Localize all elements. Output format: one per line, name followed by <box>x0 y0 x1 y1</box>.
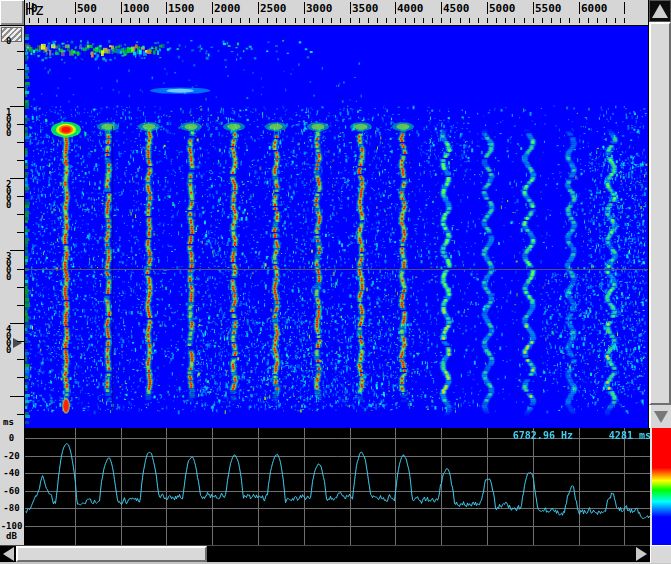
frequency-tick-label: 5500 <box>535 2 562 15</box>
frequency-minor-tick <box>359 18 360 23</box>
frequency-minor-tick <box>285 18 286 23</box>
frequency-minor-tick <box>121 18 122 23</box>
frequency-minor-tick <box>386 18 387 23</box>
frequency-minor-tick <box>560 18 561 23</box>
frequency-minor-tick <box>267 18 268 23</box>
spectrogram-canvas[interactable] <box>25 26 648 428</box>
frequency-minor-tick <box>432 18 433 23</box>
frequency-major-tick <box>395 2 396 14</box>
time-tick-label: 3000 <box>6 253 14 281</box>
frequency-readout: 6782.96 Hz <box>513 430 573 441</box>
time-minor-tick <box>17 359 24 360</box>
frequency-minor-tick <box>597 18 598 23</box>
vertical-scrollbar-thumb[interactable] <box>649 22 671 405</box>
frequency-major-tick <box>533 2 534 14</box>
frequency-minor-tick <box>66 18 67 23</box>
frequency-minor-tick <box>249 18 250 23</box>
spectrogram-app-window: Hz 0500100015002000250030003500400045005… <box>0 0 671 564</box>
frequency-minor-tick <box>441 18 442 23</box>
up-arrow-icon <box>652 4 668 18</box>
time-position-marker[interactable] <box>13 338 22 348</box>
scroll-up-button[interactable] <box>649 0 671 22</box>
scroll-left-button[interactable] <box>0 546 16 562</box>
time-minor-tick <box>17 232 24 233</box>
frequency-minor-tick <box>221 18 222 23</box>
frequency-minor-tick <box>157 18 158 23</box>
frequency-minor-tick <box>331 18 332 23</box>
frequency-tick-label: 4500 <box>443 2 470 15</box>
time-minor-tick <box>17 124 24 125</box>
frequency-minor-tick <box>148 18 149 23</box>
db-tick-label: -40 <box>0 468 23 478</box>
time-readout: 4281 ms <box>609 430 651 441</box>
db-tick-label: -20 <box>0 451 23 461</box>
frequency-minor-tick <box>405 18 406 23</box>
db-ruler: dB 0-20-40-60-80-100 <box>0 428 25 545</box>
down-arrow-icon <box>654 411 668 423</box>
frequency-minor-tick <box>313 18 314 23</box>
time-minor-tick <box>17 214 24 215</box>
frequency-major-tick <box>487 2 488 14</box>
time-minor-tick <box>17 51 24 52</box>
frequency-major-tick <box>212 2 213 14</box>
frequency-minor-tick <box>322 18 323 23</box>
frequency-minor-tick <box>588 18 589 23</box>
frequency-major-tick <box>304 2 305 14</box>
frequency-minor-tick <box>56 18 57 23</box>
frequency-minor-tick <box>423 18 424 23</box>
frequency-minor-tick <box>615 18 616 23</box>
frequency-tick-label: 3500 <box>352 2 379 15</box>
frequency-minor-tick <box>47 18 48 23</box>
frequency-minor-tick <box>38 18 39 23</box>
frequency-major-tick <box>121 2 122 14</box>
frequency-minor-tick <box>414 18 415 23</box>
frequency-minor-tick <box>29 18 30 23</box>
frequency-minor-tick <box>176 18 177 23</box>
db-unit-label: dB <box>0 531 23 541</box>
frequency-minor-tick <box>487 18 488 23</box>
horizontal-scrollbar <box>0 545 671 564</box>
time-minor-tick <box>17 414 24 415</box>
db-tick-label: -60 <box>0 486 23 496</box>
time-major-tick <box>10 323 24 324</box>
frequency-minor-tick <box>194 18 195 23</box>
frequency-tick-label: 5000 <box>489 2 516 15</box>
scroll-right-button[interactable] <box>633 546 650 562</box>
frequency-ruler: Hz 0500100015002000250030003500400045005… <box>25 0 648 26</box>
frequency-major-tick <box>29 2 30 14</box>
frequency-minor-tick <box>469 18 470 23</box>
scroll-down-button[interactable] <box>649 405 671 428</box>
frequency-minor-tick <box>111 18 112 23</box>
frequency-minor-tick <box>496 18 497 23</box>
time-minor-tick <box>17 160 24 161</box>
frequency-minor-tick <box>551 18 552 23</box>
frequency-minor-tick <box>295 18 296 23</box>
spectrum-panel: dB 0-20-40-60-80-100 6782.96 Hz 4281 ms <box>0 428 671 545</box>
time-minor-tick <box>17 69 24 70</box>
frequency-tick-label: 6000 <box>581 2 608 15</box>
time-major-tick <box>10 106 24 107</box>
left-arrow-icon <box>3 547 14 561</box>
frequency-minor-tick <box>514 18 515 23</box>
time-ruler: ms 01000200030004000 <box>0 26 25 428</box>
frequency-minor-tick <box>460 18 461 23</box>
time-unit-label: ms <box>3 417 14 427</box>
time-tick-label: 4000 <box>6 326 14 354</box>
frequency-minor-tick <box>240 18 241 23</box>
time-tick-label: 1000 <box>6 109 14 137</box>
frequency-minor-tick <box>606 18 607 23</box>
time-minor-tick <box>17 287 24 288</box>
time-major-tick <box>10 396 24 397</box>
frequency-tick-label: 0 <box>31 2 38 15</box>
frequency-minor-tick <box>203 18 204 23</box>
frequency-minor-tick <box>185 18 186 23</box>
frequency-minor-tick <box>624 18 625 23</box>
frequency-tick-label: 1500 <box>168 2 195 15</box>
ruler-corner-button[interactable] <box>0 0 25 26</box>
frequency-minor-tick <box>377 18 378 23</box>
horizontal-scrollbar-thumb[interactable] <box>16 546 207 562</box>
spectrum-canvas[interactable] <box>25 428 650 545</box>
frequency-minor-tick <box>524 18 525 23</box>
frequency-minor-tick <box>368 18 369 23</box>
frequency-major-tick <box>75 2 76 14</box>
